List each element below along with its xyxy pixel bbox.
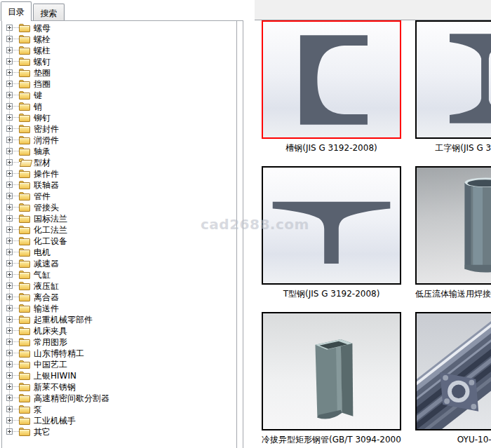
part-thumbnail[interactable]: 低压流体输送用焊接钢管(GB/T 3091) — [415, 166, 491, 299]
tree-item[interactable]: 润滑件 — [3, 135, 234, 146]
tree-item[interactable]: 其它 — [3, 426, 234, 437]
tree-item[interactable]: 上银HIWIN — [3, 370, 234, 381]
tree-item[interactable]: 密封件 — [3, 123, 234, 135]
tree-item[interactable]: 高速精密间歇分割器 — [3, 393, 234, 404]
tree-connector — [13, 151, 19, 151]
expand-plus-icon[interactable] — [6, 193, 13, 199]
tree-item[interactable]: 管件 — [3, 191, 234, 202]
expand-plus-icon[interactable] — [6, 350, 13, 356]
tree-item[interactable]: 化工法兰 — [3, 224, 234, 236]
tree-item[interactable]: 国标法兰 — [3, 213, 234, 224]
expand-plus-icon[interactable] — [6, 204, 13, 210]
expand-plus-icon[interactable] — [6, 81, 13, 87]
tree-item[interactable]: 工业机械手 — [3, 415, 234, 426]
expand-plus-icon[interactable] — [6, 47, 13, 53]
tree-item[interactable]: 轴承 — [3, 146, 234, 157]
tree-item-label: 高速精密间歇分割器 — [34, 393, 109, 404]
tree-item[interactable]: 新莱不锈钢 — [3, 381, 234, 393]
catalog-tab-1[interactable]: 目录 — [1, 1, 32, 21]
tree-item[interactable]: 键 — [3, 90, 234, 101]
part-thumbnail[interactable]: 工字钢(JIS G 3192-2008) — [415, 20, 491, 154]
tree-item-label: 螺栓 — [34, 34, 51, 45]
expand-plus-icon[interactable] — [6, 92, 13, 98]
tree-item-label: 化工设备 — [34, 236, 67, 247]
tree-item-label: 常用图形 — [34, 337, 67, 348]
tree-item[interactable]: 操作件 — [3, 168, 234, 179]
expand-plus-icon[interactable] — [6, 159, 13, 165]
part-thumbnail[interactable]: 冷拔异型矩形钢管(GB/T 3094-2000) — [262, 312, 401, 445]
expand-plus-icon[interactable] — [6, 383, 13, 390]
part-thumbnail-label: 低压流体输送用焊接钢管(GB/T 3091) — [415, 289, 491, 299]
expand-plus-icon[interactable] — [6, 271, 13, 278]
expand-plus-icon[interactable] — [6, 294, 13, 300]
expand-plus-icon[interactable] — [6, 25, 13, 31]
tree-item[interactable]: 常用图形 — [3, 337, 234, 348]
expand-plus-icon[interactable] — [6, 69, 13, 76]
tree-item[interactable]: 中国艺工 — [3, 359, 234, 370]
tree-item[interactable]: 液压缸 — [3, 280, 234, 292]
expand-plus-icon[interactable] — [6, 339, 13, 345]
tree-connector — [13, 61, 19, 62]
expand-plus-icon[interactable] — [6, 316, 13, 323]
expand-plus-icon[interactable] — [6, 406, 13, 412]
expand-plus-icon[interactable] — [6, 361, 13, 367]
folder-icon — [19, 372, 32, 380]
folder-icon — [19, 125, 32, 133]
tree-item-label: 减速器 — [34, 258, 59, 269]
tree-item[interactable]: 螺钉 — [3, 56, 234, 67]
expand-plus-icon[interactable] — [6, 114, 13, 121]
part-thumbnail[interactable]: 槽钢(JIS G 3192-2008) — [262, 20, 401, 154]
tree-item[interactable]: 销 — [3, 101, 234, 112]
folder-icon — [19, 192, 32, 201]
tree-item[interactable]: 型材 — [3, 157, 234, 168]
expand-plus-icon[interactable] — [6, 395, 13, 401]
tree-item-label: 管接头 — [34, 202, 59, 213]
expand-plus-icon[interactable] — [6, 226, 13, 233]
tree-item[interactable]: 电机 — [3, 247, 234, 258]
tree-item[interactable]: 山东博特精工 — [3, 348, 234, 359]
expand-plus-icon[interactable] — [6, 372, 13, 379]
catalog-tab-2[interactable]: 搜索 — [33, 4, 65, 20]
expand-plus-icon[interactable] — [6, 148, 13, 154]
tree-item[interactable]: 起重机械零部件 — [3, 314, 234, 325]
expand-plus-icon[interactable] — [6, 417, 13, 423]
tree-connector — [13, 341, 19, 342]
expand-plus-icon[interactable] — [6, 238, 13, 244]
expand-plus-icon[interactable] — [6, 283, 13, 289]
expand-plus-icon[interactable] — [6, 125, 13, 132]
expand-plus-icon[interactable] — [6, 327, 13, 334]
tree-item[interactable]: 垫圈 — [3, 67, 234, 79]
tree-item[interactable]: 输送件 — [3, 303, 234, 314]
expand-plus-icon[interactable] — [6, 249, 13, 255]
tree-item-label: 润滑件 — [34, 135, 59, 146]
tree-item[interactable]: 机床夹具 — [3, 325, 234, 337]
expand-plus-icon[interactable] — [6, 428, 13, 435]
expand-plus-icon[interactable] — [6, 58, 13, 65]
tree-item[interactable]: 联轴器 — [3, 179, 234, 191]
part-thumbnail[interactable]: T型钢(JIS G 3192-2008) — [262, 166, 401, 299]
tree-item[interactable]: 管接头 — [3, 202, 234, 213]
tree-item[interactable]: 螺栓 — [3, 34, 234, 45]
tab-label: 搜索 — [41, 8, 58, 18]
expand-plus-icon[interactable] — [6, 170, 13, 177]
expand-plus-icon[interactable] — [6, 137, 13, 143]
expand-plus-icon[interactable] — [6, 260, 13, 266]
tree-item[interactable]: 螺柱 — [3, 45, 234, 56]
tree-connector — [13, 431, 19, 432]
tree-item[interactable]: 化工设备 — [3, 236, 234, 247]
tree-item[interactable]: 铆钉 — [3, 112, 234, 123]
expand-plus-icon[interactable] — [6, 182, 13, 188]
expand-plus-icon[interactable] — [6, 215, 13, 222]
tree-item[interactable]: 离合器 — [3, 292, 234, 303]
tree-item[interactable]: 螺母 — [3, 22, 234, 34]
tree-item[interactable]: 挡圈 — [3, 79, 234, 90]
folder-icon — [19, 136, 32, 144]
tree-item[interactable]: 气缸 — [3, 269, 234, 280]
tree-item[interactable]: 泵 — [3, 404, 234, 415]
tree-item[interactable]: 减速器 — [3, 258, 234, 269]
expand-plus-icon[interactable] — [6, 36, 13, 42]
part-thumbnail[interactable]: OYU-10-3030 — [415, 312, 491, 445]
thumbnail-grid: 槽钢(JIS G 3192-2008) 工字钢(JIS G 3192-2008)… — [262, 20, 491, 448]
expand-plus-icon[interactable] — [6, 103, 13, 109]
expand-plus-icon[interactable] — [6, 305, 13, 311]
